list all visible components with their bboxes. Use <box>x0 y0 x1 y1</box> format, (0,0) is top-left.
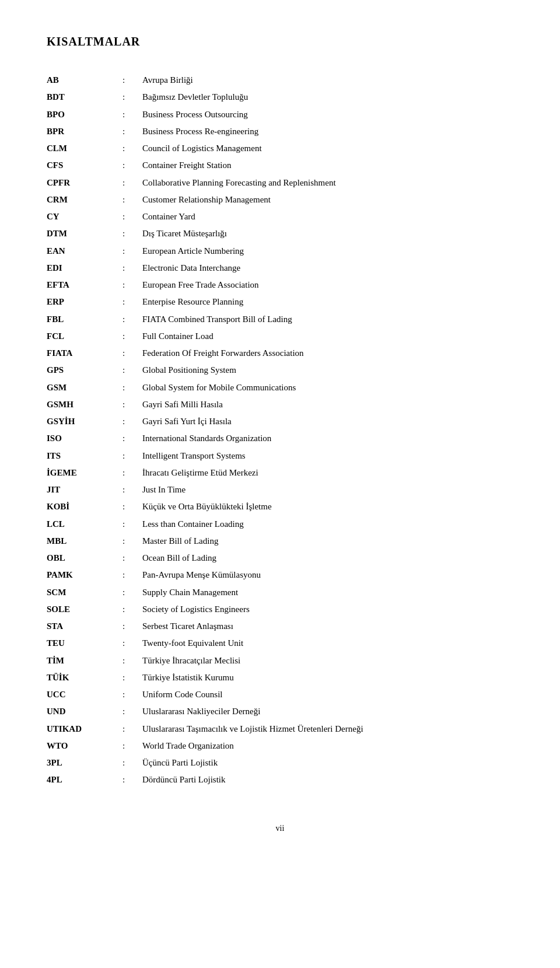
abbrev-full: Business Process Outsourcing <box>140 106 513 123</box>
list-item: STA:Serbest Ticaret Anlaşması <box>47 618 513 635</box>
page-footer: vii <box>47 824 513 833</box>
list-item: GPS:Global Positioning System <box>47 362 513 379</box>
abbrev-full: Customer Relationship Management <box>140 191 513 208</box>
abbrev-sep: : <box>123 635 140 652</box>
abbrev-sep: : <box>123 430 140 447</box>
abbrev-code: GSYİH <box>47 413 123 430</box>
abbrev-full: İhracatı Geliştirme Etüd Merkezi <box>140 464 513 481</box>
abbrev-code: SCM <box>47 584 123 601</box>
abbrev-code: FBL <box>47 311 123 328</box>
abbrev-code: ISO <box>47 430 123 447</box>
abbrev-sep: : <box>123 260 140 277</box>
abbrev-sep: : <box>123 754 140 771</box>
abbrev-code: İGEME <box>47 464 123 481</box>
abbrev-full: Gayri Safi Yurt İçi Hasıla <box>140 413 513 430</box>
abbrev-sep: : <box>123 738 140 754</box>
abbrev-code: UTIKAD <box>47 721 123 738</box>
list-item: TÜİK:Türkiye İstatistik Kurumu <box>47 669 513 686</box>
abbrev-code: CLM <box>47 140 123 157</box>
list-item: GSMH:Gayri Safi Milli Hasıla <box>47 396 513 413</box>
abbrev-sep: : <box>123 89 140 106</box>
abbrev-sep: : <box>123 328 140 345</box>
abbrev-sep: : <box>123 140 140 157</box>
abbrev-code: FCL <box>47 328 123 345</box>
abbrev-code: CRM <box>47 191 123 208</box>
list-item: CRM:Customer Relationship Management <box>47 191 513 208</box>
abbrev-code: MBL <box>47 533 123 550</box>
list-item: PAMK:Pan-Avrupa Menşe Kümülasyonu <box>47 567 513 583</box>
abbrev-sep: : <box>123 277 140 293</box>
abbrev-full: Küçük ve Orta Büyüklükteki İşletme <box>140 498 513 515</box>
list-item: WTO:World Trade Organization <box>47 738 513 754</box>
list-item: BPR:Business Process Re-engineering <box>47 123 513 140</box>
abbrev-full: Bağımsız Devletler Topluluğu <box>140 89 513 106</box>
abbrev-sep: : <box>123 448 140 464</box>
abbrev-code: FIATA <box>47 345 123 362</box>
page-title: KISALTMALAR <box>47 35 513 48</box>
list-item: TİM:Türkiye İhracatçılar Meclisi <box>47 652 513 669</box>
list-item: TEU:Twenty-foot Equivalent Unit <box>47 635 513 652</box>
list-item: LCL:Less than Container Loading <box>47 516 513 533</box>
list-item: CFS:Container Freight Station <box>47 157 513 174</box>
abbrev-code: GPS <box>47 362 123 379</box>
list-item: EAN:European Article Numbering <box>47 243 513 260</box>
abbrev-code: EFTA <box>47 277 123 293</box>
abbrev-code: UND <box>47 703 123 720</box>
abbrev-code: ERP <box>47 293 123 310</box>
abbrev-code: GSMH <box>47 396 123 413</box>
list-item: DTM:Dış Ticaret Müsteşarlığı <box>47 225 513 242</box>
abbrev-sep: : <box>123 618 140 635</box>
list-item: GSYİH:Gayri Safi Yurt İçi Hasıla <box>47 413 513 430</box>
abbrev-sep: : <box>123 533 140 550</box>
abbrev-full: Türkiye İstatistik Kurumu <box>140 669 513 686</box>
abbrev-sep: : <box>123 771 140 788</box>
abbrev-sep: : <box>123 157 140 174</box>
abbrev-full: Container Freight Station <box>140 157 513 174</box>
abbrev-sep: : <box>123 721 140 738</box>
abbrev-sep: : <box>123 123 140 140</box>
abbrev-code: OBL <box>47 550 123 567</box>
abbrev-sep: : <box>123 601 140 618</box>
abbrev-sep: : <box>123 481 140 498</box>
list-item: UND:Uluslararası Nakliyeciler Derneği <box>47 703 513 720</box>
abbrev-full: Council of Logistics Management <box>140 140 513 157</box>
abbrev-full: Dış Ticaret Müsteşarlığı <box>140 225 513 242</box>
abbrev-sep: : <box>123 652 140 669</box>
abbrev-code: TEU <box>47 635 123 652</box>
abbrev-full: Society of Logistics Engineers <box>140 601 513 618</box>
abbrev-sep: : <box>123 191 140 208</box>
list-item: ERP:Enterpise Resource Planning <box>47 293 513 310</box>
list-item: GSM:Global System for Mobile Communicati… <box>47 379 513 396</box>
list-item: CLM:Council of Logistics Management <box>47 140 513 157</box>
abbrev-code: EDI <box>47 260 123 277</box>
abbrev-sep: : <box>123 413 140 430</box>
abbrev-code: 4PL <box>47 771 123 788</box>
abbrev-sep: : <box>123 311 140 328</box>
abbrev-full: Global System for Mobile Communications <box>140 379 513 396</box>
abbrev-full: Collaborative Planning Forecasting and R… <box>140 174 513 191</box>
abbrev-full: Uluslararası Nakliyeciler Derneği <box>140 703 513 720</box>
list-item: EDI:Electronic Data Interchange <box>47 260 513 277</box>
abbrev-sep: : <box>123 464 140 481</box>
list-item: JIT:Just In Time <box>47 481 513 498</box>
abbrev-sep: : <box>123 516 140 533</box>
abbrev-full: Container Yard <box>140 208 513 225</box>
abbrev-sep: : <box>123 379 140 396</box>
list-item: SOLE:Society of Logistics Engineers <box>47 601 513 618</box>
abbrev-code: GSM <box>47 379 123 396</box>
abbrev-code: JIT <box>47 481 123 498</box>
list-item: FBL:FIATA Combined Transport Bill of Lad… <box>47 311 513 328</box>
abbrev-full: Avrupa Birliği <box>140 72 513 89</box>
abbrev-sep: : <box>123 567 140 583</box>
abbrev-full: Serbest Ticaret Anlaşması <box>140 618 513 635</box>
list-item: FIATA:Federation Of Freight Forwarders A… <box>47 345 513 362</box>
list-item: OBL:Ocean Bill of Lading <box>47 550 513 567</box>
abbrev-code: CY <box>47 208 123 225</box>
abbrev-full: World Trade Organization <box>140 738 513 754</box>
abbrev-sep: : <box>123 686 140 703</box>
list-item: AB:Avrupa Birliği <box>47 72 513 89</box>
abbrev-sep: : <box>123 550 140 567</box>
abbrev-full: European Free Trade Association <box>140 277 513 293</box>
abbrev-full: Ocean Bill of Lading <box>140 550 513 567</box>
abbrev-full: Just In Time <box>140 481 513 498</box>
